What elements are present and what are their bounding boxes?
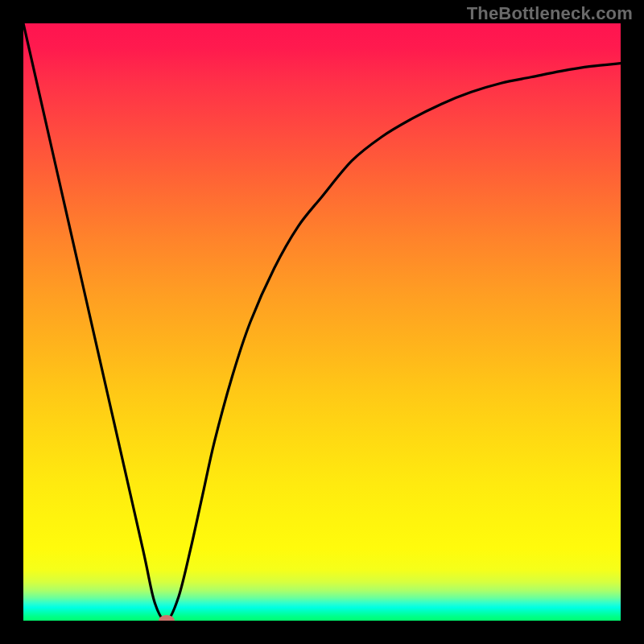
minimum-marker xyxy=(159,615,175,621)
watermark-text: TheBottleneck.com xyxy=(467,3,633,24)
chart-container: TheBottleneck.com xyxy=(0,0,644,644)
plot-area xyxy=(23,23,621,621)
curve-svg xyxy=(23,23,621,621)
bottleneck-curve xyxy=(23,23,621,621)
